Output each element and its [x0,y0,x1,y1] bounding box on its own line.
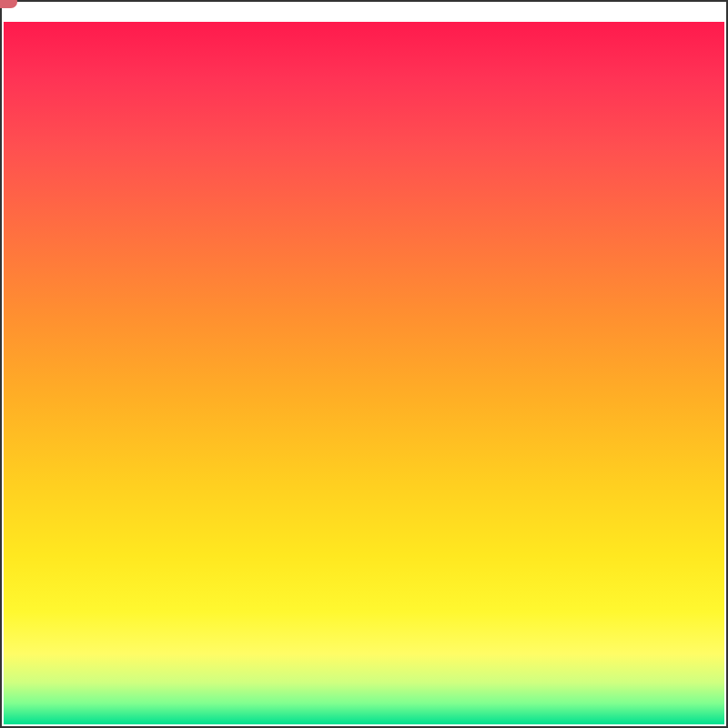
gradient-background [4,22,724,724]
chart-container [0,0,728,728]
optimum-marker [0,0,17,8]
